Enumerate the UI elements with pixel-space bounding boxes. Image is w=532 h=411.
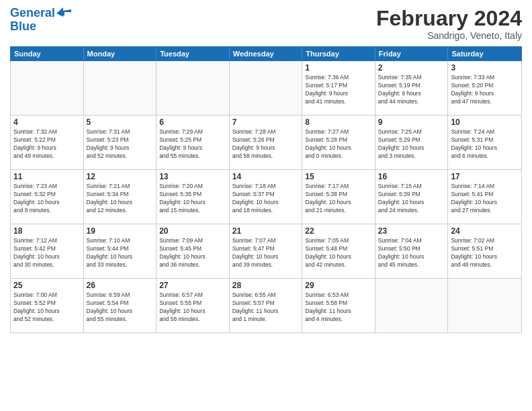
- day-cell-10: 10Sunrise: 7:24 AM Sunset: 5:31 PM Dayli…: [448, 116, 521, 169]
- day-of-week-thursday: Thursday: [302, 47, 375, 60]
- day-of-week-friday: Friday: [375, 47, 449, 60]
- logo-icon: [56, 7, 71, 19]
- day-cell-13: 13Sunrise: 7:20 AM Sunset: 5:35 PM Dayli…: [157, 170, 230, 224]
- day-cell-empty-0-2: [157, 61, 230, 115]
- day-info: Sunrise: 7:07 AM Sunset: 5:47 PM Dayligh…: [232, 237, 300, 269]
- day-info: Sunrise: 7:00 AM Sunset: 5:52 PM Dayligh…: [13, 291, 81, 324]
- day-number: 3: [451, 63, 519, 73]
- day-number: 5: [87, 118, 154, 127]
- day-info: Sunrise: 7:32 AM Sunset: 5:22 PM Dayligh…: [13, 128, 81, 161]
- day-info: Sunrise: 6:53 AM Sunset: 5:58 PM Dayligh…: [305, 291, 372, 324]
- day-number: 26: [87, 281, 154, 290]
- location-subtitle: Sandrigo, Veneto, Italy: [376, 30, 522, 41]
- day-number: 11: [13, 172, 81, 181]
- day-cell-7: 7Sunrise: 7:28 AM Sunset: 5:26 PM Daylig…: [230, 116, 303, 169]
- day-info: Sunrise: 7:17 AM Sunset: 5:38 PM Dayligh…: [305, 183, 372, 215]
- day-cell-empty-0-3: [230, 61, 303, 115]
- day-number: 16: [378, 172, 445, 181]
- logo-text2: Blue: [10, 20, 36, 34]
- day-number: 6: [159, 118, 226, 127]
- day-cell-20: 20Sunrise: 7:09 AM Sunset: 5:45 PM Dayli…: [157, 224, 230, 278]
- day-number: 13: [159, 172, 226, 181]
- day-cell-4: 4Sunrise: 7:32 AM Sunset: 5:22 PM Daylig…: [11, 116, 84, 169]
- day-number: 1: [305, 63, 372, 73]
- day-cell-19: 19Sunrise: 7:10 AM Sunset: 5:44 PM Dayli…: [84, 224, 157, 278]
- calendar-header: SundayMondayTuesdayWednesdayThursdayFrid…: [10, 46, 522, 61]
- day-number: 15: [305, 172, 372, 181]
- day-number: 2: [378, 63, 445, 73]
- month-title: February 2024: [376, 7, 522, 30]
- day-number: 21: [232, 226, 300, 236]
- day-info: Sunrise: 7:02 AM Sunset: 5:51 PM Dayligh…: [451, 237, 519, 269]
- day-info: Sunrise: 7:18 AM Sunset: 5:37 PM Dayligh…: [232, 183, 300, 215]
- day-info: Sunrise: 7:23 AM Sunset: 5:32 PM Dayligh…: [13, 183, 81, 215]
- week-row-4: 18Sunrise: 7:12 AM Sunset: 5:42 PM Dayli…: [11, 224, 521, 279]
- day-info: Sunrise: 7:04 AM Sunset: 5:50 PM Dayligh…: [378, 237, 445, 269]
- day-number: 24: [451, 226, 519, 236]
- day-info: Sunrise: 6:55 AM Sunset: 5:57 PM Dayligh…: [232, 291, 300, 324]
- day-cell-24: 24Sunrise: 7:02 AM Sunset: 5:51 PM Dayli…: [448, 224, 521, 278]
- day-info: Sunrise: 7:29 AM Sunset: 5:25 PM Dayligh…: [159, 128, 226, 161]
- week-row-5: 25Sunrise: 7:00 AM Sunset: 5:52 PM Dayli…: [11, 279, 521, 332]
- day-number: 19: [87, 226, 154, 236]
- day-cell-8: 8Sunrise: 7:27 AM Sunset: 5:28 PM Daylig…: [302, 116, 375, 169]
- day-of-week-sunday: Sunday: [11, 47, 84, 60]
- day-cell-26: 26Sunrise: 6:59 AM Sunset: 5:54 PM Dayli…: [84, 279, 157, 332]
- day-cell-23: 23Sunrise: 7:04 AM Sunset: 5:50 PM Dayli…: [375, 224, 449, 278]
- day-info: Sunrise: 7:31 AM Sunset: 5:23 PM Dayligh…: [87, 128, 154, 161]
- day-number: 4: [13, 118, 81, 127]
- day-number: 7: [232, 118, 300, 127]
- day-info: Sunrise: 7:35 AM Sunset: 5:19 PM Dayligh…: [378, 74, 445, 106]
- day-cell-14: 14Sunrise: 7:18 AM Sunset: 5:37 PM Dayli…: [230, 170, 303, 224]
- logo-text: General: [10, 7, 55, 20]
- day-of-week-saturday: Saturday: [448, 47, 521, 60]
- calendar-body: 1Sunrise: 7:36 AM Sunset: 5:17 PM Daylig…: [10, 61, 522, 333]
- calendar: SundayMondayTuesdayWednesdayThursdayFrid…: [10, 46, 522, 404]
- day-cell-1: 1Sunrise: 7:36 AM Sunset: 5:17 PM Daylig…: [302, 61, 375, 115]
- page: General Blue February 2024 Sandrigo, Ven…: [0, 0, 532, 411]
- day-cell-17: 17Sunrise: 7:14 AM Sunset: 5:41 PM Dayli…: [448, 170, 521, 224]
- day-number: 22: [305, 226, 372, 236]
- week-row-2: 4Sunrise: 7:32 AM Sunset: 5:22 PM Daylig…: [11, 116, 521, 170]
- day-info: Sunrise: 7:36 AM Sunset: 5:17 PM Dayligh…: [305, 74, 372, 106]
- day-cell-12: 12Sunrise: 7:21 AM Sunset: 5:34 PM Dayli…: [84, 170, 157, 224]
- day-number: 18: [13, 226, 81, 236]
- day-number: 9: [378, 118, 445, 127]
- day-number: 17: [451, 172, 519, 181]
- day-number: 25: [13, 281, 81, 290]
- day-of-week-monday: Monday: [84, 47, 157, 60]
- day-info: Sunrise: 6:59 AM Sunset: 5:54 PM Dayligh…: [87, 291, 154, 324]
- week-row-3: 11Sunrise: 7:23 AM Sunset: 5:32 PM Dayli…: [11, 170, 521, 224]
- svg-marker-0: [56, 7, 71, 17]
- day-of-week-wednesday: Wednesday: [230, 47, 303, 60]
- day-cell-6: 6Sunrise: 7:29 AM Sunset: 5:25 PM Daylig…: [157, 116, 230, 169]
- day-cell-9: 9Sunrise: 7:25 AM Sunset: 5:29 PM Daylig…: [375, 116, 449, 169]
- day-number: 14: [232, 172, 300, 181]
- day-info: Sunrise: 7:33 AM Sunset: 5:20 PM Dayligh…: [451, 74, 519, 106]
- day-info: Sunrise: 7:14 AM Sunset: 5:41 PM Dayligh…: [451, 183, 519, 215]
- day-info: Sunrise: 7:20 AM Sunset: 5:35 PM Dayligh…: [159, 183, 226, 215]
- day-number: 20: [159, 226, 226, 236]
- day-of-week-tuesday: Tuesday: [157, 47, 230, 60]
- day-info: Sunrise: 7:05 AM Sunset: 5:48 PM Dayligh…: [305, 237, 372, 269]
- day-info: Sunrise: 6:57 AM Sunset: 5:55 PM Dayligh…: [159, 291, 226, 324]
- day-number: 27: [159, 281, 226, 290]
- day-info: Sunrise: 7:15 AM Sunset: 5:39 PM Dayligh…: [378, 183, 445, 215]
- day-info: Sunrise: 7:24 AM Sunset: 5:31 PM Dayligh…: [451, 128, 519, 161]
- day-cell-2: 2Sunrise: 7:35 AM Sunset: 5:19 PM Daylig…: [375, 61, 449, 115]
- header: General Blue February 2024 Sandrigo, Ven…: [10, 7, 522, 41]
- day-info: Sunrise: 7:09 AM Sunset: 5:45 PM Dayligh…: [159, 237, 226, 269]
- day-number: 23: [378, 226, 445, 236]
- day-info: Sunrise: 7:10 AM Sunset: 5:44 PM Dayligh…: [87, 237, 154, 269]
- day-cell-5: 5Sunrise: 7:31 AM Sunset: 5:23 PM Daylig…: [84, 116, 157, 169]
- day-number: 28: [232, 281, 300, 290]
- day-info: Sunrise: 7:28 AM Sunset: 5:26 PM Dayligh…: [232, 128, 300, 161]
- day-cell-29: 29Sunrise: 6:53 AM Sunset: 5:58 PM Dayli…: [302, 279, 375, 332]
- day-cell-27: 27Sunrise: 6:57 AM Sunset: 5:55 PM Dayli…: [157, 279, 230, 332]
- day-cell-18: 18Sunrise: 7:12 AM Sunset: 5:42 PM Dayli…: [11, 224, 84, 278]
- day-cell-empty-0-1: [84, 61, 157, 115]
- day-cell-22: 22Sunrise: 7:05 AM Sunset: 5:48 PM Dayli…: [302, 224, 375, 278]
- day-cell-15: 15Sunrise: 7:17 AM Sunset: 5:38 PM Dayli…: [302, 170, 375, 224]
- logo: General Blue: [10, 7, 71, 34]
- day-number: 29: [305, 281, 372, 290]
